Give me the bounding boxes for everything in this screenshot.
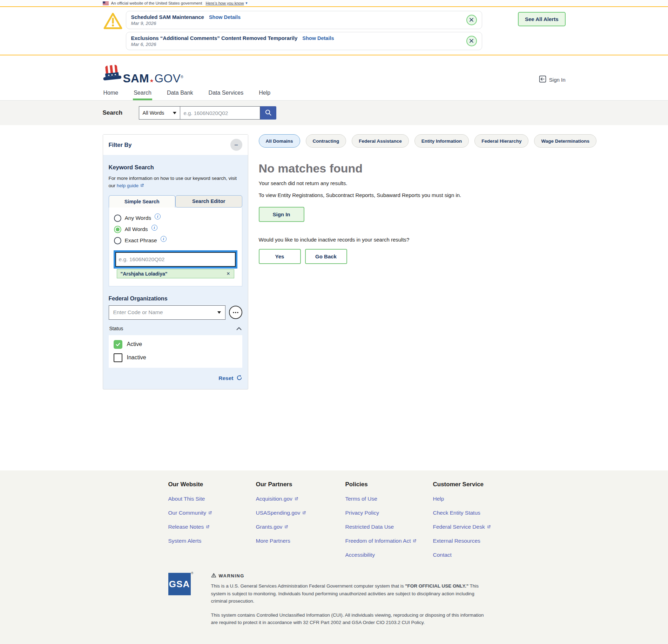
footer-column-heading: Policies	[345, 481, 433, 488]
footer-link-freedom-of-information-act[interactable]: Freedom of Information Act	[345, 538, 417, 544]
footer-column-heading: Customer Service	[433, 481, 566, 488]
domain-pill-entity-information[interactable]: Entity Information	[414, 134, 469, 148]
footer-link-help[interactable]: Help	[433, 496, 444, 502]
chip-remove-icon[interactable]: ✕	[227, 271, 230, 276]
footer-link-contact[interactable]: Contact	[433, 552, 452, 558]
alert-close-button[interactable]	[466, 36, 477, 46]
system-warning: WARNING This is a U.S. General Services …	[211, 573, 492, 633]
header-sign-in-button[interactable]: Sign In	[539, 75, 566, 84]
checkbox-inactive[interactable]	[114, 353, 122, 362]
primary-nav: HomeSearchData BankData ServicesHelp	[0, 88, 668, 101]
domain-pill-all-domains[interactable]: All Domains	[259, 134, 300, 148]
footer-link-acquisition-gov[interactable]: Acquisition.gov	[256, 496, 298, 502]
word-match-radio-group: Any WordsiAll WordsiExact Phrasei	[114, 215, 237, 244]
keyword-chip-label: "Arshjaha Loladiya"	[121, 271, 168, 277]
radio-any-words[interactable]	[114, 215, 121, 222]
alert-card: Scheduled SAM MaintenanceShow DetailsMar…	[126, 11, 482, 29]
uncle-sam-hat-icon: ★ ★ ★	[102, 63, 122, 83]
check-icon	[115, 342, 121, 347]
footer-link-privacy-policy[interactable]: Privacy Policy	[345, 510, 379, 516]
federal-org-combobox[interactable]: Enter Code or Name	[109, 305, 225, 320]
nav-item-data-bank[interactable]: Data Bank	[166, 88, 194, 100]
alert-show-details-link[interactable]: Show Details	[209, 14, 241, 20]
logo-star-icon: ★	[149, 78, 154, 83]
domain-pill-federal-assistance[interactable]: Federal Assistance	[352, 134, 409, 148]
close-icon	[469, 18, 474, 22]
yes-button[interactable]: Yes	[259, 249, 301, 264]
alerts-section: Scheduled SAM MaintenanceShow DetailsMar…	[0, 7, 668, 55]
alert-card-list: Scheduled SAM MaintenanceShow DetailsMar…	[126, 11, 482, 50]
status-label: Status	[109, 326, 123, 331]
footer-link-accessibility[interactable]: Accessibility	[345, 552, 375, 558]
include-inactive-question: Would you like to include inactive recor…	[259, 237, 596, 243]
gov-banner-text: An official website of the United States…	[111, 1, 202, 5]
footer-link-release-notes[interactable]: Release Notes	[168, 524, 210, 530]
info-icon[interactable]: i	[151, 225, 157, 231]
footer-link-federal-service-desk[interactable]: Federal Service Desk	[433, 524, 491, 530]
nav-item-search[interactable]: Search	[133, 88, 152, 100]
radio-row-all-words: All Wordsi	[114, 226, 237, 233]
footer-link-our-community[interactable]: Our Community	[168, 510, 212, 516]
simple-search-panel: Any WordsiAll WordsiExact Phrasei "Arshj…	[109, 208, 242, 286]
no-results-text: Your search did not return any results.	[259, 180, 596, 186]
radio-exact-phrase[interactable]	[114, 237, 121, 244]
footer-link-grants-gov[interactable]: Grants.gov	[256, 524, 289, 530]
keyword-tabs: Simple Search Search Editor	[109, 195, 242, 208]
footer-link-usaspending-gov[interactable]: USASpending.gov	[256, 510, 306, 516]
tab-search-editor[interactable]: Search Editor	[175, 195, 242, 208]
global-search-input[interactable]	[180, 106, 260, 120]
footer-link-system-alerts[interactable]: System Alerts	[168, 538, 202, 544]
alert-close-button[interactable]	[466, 15, 477, 25]
search-type-value: All Words	[143, 110, 164, 116]
search-type-dropdown[interactable]: All Words	[139, 106, 180, 120]
radio-all-words[interactable]	[114, 226, 121, 233]
sign-in-button[interactable]: Sign In	[259, 207, 304, 222]
nav-item-data-services[interactable]: Data Services	[208, 88, 244, 100]
domain-pill-wage-determinations[interactable]: Wage Determinations	[534, 134, 596, 148]
radio-row-any-words: Any Wordsi	[114, 215, 237, 222]
external-link-icon	[205, 525, 210, 529]
footer-link-terms-of-use[interactable]: Terms of Use	[345, 496, 377, 502]
footer-column-heading: Our Partners	[256, 481, 345, 488]
no-matches-title: No matches found	[259, 162, 596, 175]
checkbox-active[interactable]	[114, 340, 122, 349]
external-link-icon	[302, 511, 306, 515]
alert-date: Mar 6, 2026	[131, 42, 334, 47]
domain-pill-contracting[interactable]: Contracting	[306, 134, 346, 148]
footer-link-check-entity-status[interactable]: Check Entity Status	[433, 510, 480, 516]
domain-filter-pills: All DomainsContractingFederal Assistance…	[259, 134, 596, 148]
info-icon[interactable]: i	[161, 236, 167, 242]
sam-gov-logo[interactable]: ★ ★ ★ SAM★GOV®	[103, 65, 184, 84]
footer-link-about-this-site[interactable]: About This Site	[168, 496, 205, 502]
radio-label: All Words	[125, 226, 148, 232]
footer-link-more-partners[interactable]: More Partners	[256, 538, 290, 544]
footer-link-columns: Our WebsiteAbout This SiteOur CommunityR…	[168, 481, 566, 558]
tab-simple-search[interactable]: Simple Search	[109, 195, 176, 208]
nav-item-help[interactable]: Help	[258, 88, 271, 100]
domain-pill-federal-hierarchy[interactable]: Federal Hierarchy	[474, 134, 528, 148]
see-all-alerts-button[interactable]: See All Alerts	[518, 12, 566, 26]
status-section-header[interactable]: Status	[109, 325, 242, 332]
help-guide-link[interactable]: help guide	[117, 183, 144, 188]
alert-show-details-link[interactable]: Show Details	[302, 35, 334, 41]
go-back-button[interactable]: Go Back	[305, 249, 347, 264]
reset-filters-link[interactable]: Reset	[218, 375, 233, 381]
nav-item-home[interactable]: Home	[103, 88, 119, 100]
status-option-active: Active	[114, 340, 237, 349]
checkbox-label: Inactive	[127, 354, 146, 361]
federal-org-more-button[interactable]	[229, 306, 242, 319]
info-icon[interactable]: i	[155, 213, 161, 219]
footer-link-external-resources[interactable]: External Resources	[433, 538, 480, 544]
keyword-search-input[interactable]	[116, 253, 235, 266]
radio-row-exact-phrase: Exact Phrasei	[114, 237, 237, 244]
sign-in-required-text: To view Entity Registrations, Subcontrac…	[259, 191, 497, 199]
gov-banner-how-link[interactable]: Here’s how you know	[205, 1, 244, 5]
footer-link-restricted-data-use[interactable]: Restricted Data Use	[345, 524, 394, 530]
checkbox-label: Active	[127, 341, 142, 347]
external-link-icon	[412, 539, 417, 543]
search-submit-button[interactable]	[260, 106, 276, 120]
gsa-registered-mark: ®	[191, 571, 194, 575]
refresh-icon	[236, 375, 242, 382]
filter-collapse-button[interactable]: −	[230, 139, 242, 151]
results-area: All DomainsContractingFederal Assistance…	[259, 134, 596, 264]
